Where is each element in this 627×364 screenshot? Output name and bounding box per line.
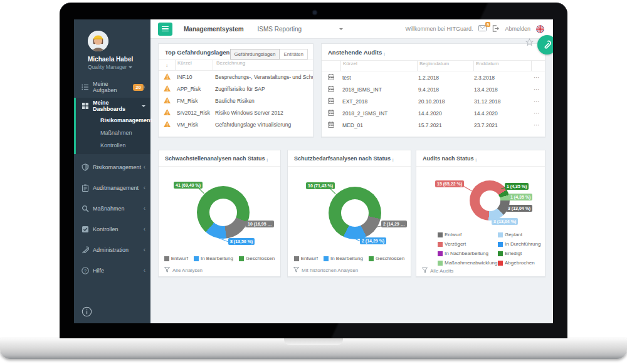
legend-item[interactable]: In Bearbeitung: [194, 256, 233, 261]
legend-item[interactable]: Erledigt: [498, 251, 540, 256]
warning-icon: [159, 97, 175, 105]
legend-swatch: [369, 256, 374, 261]
legend-swatch: [498, 242, 503, 247]
favorite-star-icon[interactable]: [525, 38, 534, 49]
webcam: [313, 11, 317, 14]
laptop-base: [0, 338, 627, 359]
tasks-badge: 20: [133, 84, 143, 91]
table-row[interactable]: test 1.2.2018 2.3.2018 ⋯: [322, 71, 545, 83]
tools-icon: [82, 246, 89, 254]
sidebar-item-auditmanagement[interactable]: Auditmanagement ‹: [74, 180, 150, 196]
chart-filter[interactable]: Alle Analysen: [164, 267, 203, 274]
sidebar-item-hilfe[interactable]: ? Hilfe ‹: [74, 263, 150, 279]
chart-filter[interactable]: Alle Audits: [422, 268, 453, 274]
row-actions-menu[interactable]: ⋯: [529, 110, 545, 117]
row-actions-menu[interactable]: ⋯: [529, 86, 545, 93]
legend-item[interactable]: In Durchführung: [498, 241, 540, 247]
table-header: ↓ Kürzel Bezeichnung: [159, 60, 313, 71]
table-row[interactable]: INF.10 Besprechungs-, Veranstaltungs- un…: [159, 71, 313, 83]
info-icon[interactable]: [82, 306, 92, 317]
table-row[interactable]: MED_01 15.7.2021 23.7.2021 ⋯: [322, 119, 545, 131]
legend-swatch: [438, 261, 443, 266]
data-label-entwurf: 2 (14,29 …: [381, 221, 407, 227]
tasks-icon: [82, 83, 89, 91]
table-row[interactable]: EXT_2018 20.10.2018 31.12.2018 ⋯: [322, 95, 545, 107]
legend-item[interactable]: Geschlossen: [369, 256, 404, 261]
audit-table-body: test 1.2.2018 2.3.2018 ⋯ 2018_ISMS_INT 9…: [322, 71, 545, 131]
legend-item[interactable]: In Bearbeitung: [324, 256, 363, 261]
legend-item[interactable]: Geschlossen: [239, 256, 275, 261]
topbar-right: Willkommen bei HITGuard. 9 Abmelden: [405, 25, 553, 33]
sort-desc-icon[interactable]: ↓: [159, 63, 175, 68]
sidebar-item-risikomanagement[interactable]: Risikomanagement ‹: [74, 159, 150, 175]
cell-enddatum: 14.4.2020: [472, 110, 529, 117]
menu-button[interactable]: [158, 23, 172, 36]
dashboards-subnav: RisikomanagementMaßnahmenKontrollen: [76, 114, 150, 152]
column-header[interactable]: Kürzel: [175, 60, 213, 70]
info-icon: i: [476, 158, 477, 162]
panel-audits-nach-status: Audits nach Statusi 1 (4,35 %)1 (4,35 %)…: [416, 150, 545, 277]
calendar-icon: [322, 74, 340, 81]
tools-fab-button[interactable]: [537, 35, 553, 55]
donut-hole: [480, 190, 500, 211]
language-flag-icon[interactable]: [536, 25, 544, 33]
cell-kuerzel: test: [340, 75, 416, 81]
tab-entitaeten[interactable]: Entitäten: [280, 49, 308, 60]
legend-item[interactable]: Entwurf: [294, 256, 318, 261]
sidebar-group-dashboards: Meine Dashboards RisikomanagementMaßnahm…: [74, 98, 150, 154]
avatar[interactable]: [88, 31, 108, 51]
mail-icon[interactable]: 9: [478, 25, 487, 33]
column-header[interactable]: Kürzel: [340, 61, 417, 71]
chart-filter[interactable]: Mit historischen Analysen: [293, 267, 358, 274]
cell-enddatum: 31.12.2018: [472, 98, 529, 105]
cell-bezeichnung: Zugriffsrisiko für SAP: [212, 86, 313, 92]
user-role-menu[interactable]: Quality Manager: [88, 64, 150, 70]
logout-link[interactable]: Abmelden: [505, 26, 530, 32]
search-icon: [82, 205, 89, 212]
sidebar-subitem-kontrollen[interactable]: Kontrollen: [76, 139, 150, 152]
legend-item[interactable]: Entwurf: [164, 256, 188, 261]
table-row[interactable]: FM_Risk Bauliche Risiken: [159, 95, 313, 107]
tab-gefaehrdungslagen[interactable]: Gefährdungslagen: [230, 49, 280, 60]
cell-kuerzel: VM_Risk: [175, 122, 212, 128]
row-actions-menu[interactable]: ⋯: [529, 122, 545, 128]
legend-item[interactable]: Entwurf: [438, 232, 498, 237]
legend-swatch: [438, 251, 443, 256]
risk-tabs: Gefährdungslagen Entitäten: [230, 49, 308, 60]
sidebar-item-administration[interactable]: Administration ‹: [74, 242, 150, 258]
shield-icon: [82, 164, 89, 171]
sidebar-item-meine-dashboards[interactable]: Meine Dashboards: [76, 98, 150, 114]
legend-swatch: [438, 242, 443, 247]
chevron-left-icon: ‹: [144, 84, 145, 90]
cell-beginndatum: 1.2.2018: [416, 75, 472, 81]
row-actions-menu[interactable]: ⋯: [529, 98, 545, 105]
table-row[interactable]: 2018_ISMS_INT 9.4.2018 13.4.2018 ⋯: [322, 83, 545, 95]
logout-icon[interactable]: [492, 25, 499, 33]
chart-title: Schwachstellenanalysen nach Statusi: [159, 150, 280, 167]
row-actions-menu[interactable]: ⋯: [529, 74, 545, 81]
column-header[interactable]: Bezeichnung: [213, 60, 313, 70]
sidebar-item-kontrollen[interactable]: Kontrollen ‹: [74, 221, 150, 237]
sidebar-subitem-risikomanagement[interactable]: Risikomanagement: [76, 114, 150, 127]
view-selector[interactable]: ISMS Reporting: [258, 26, 344, 33]
sidebar-item-maßnahmen[interactable]: Maßnahmen ‹: [74, 200, 150, 217]
table-row[interactable]: 2018_2_ISMS_INT 14.4.2020 14.4.2020 ⋯: [322, 107, 545, 119]
donut-ring: [197, 186, 250, 239]
table-row[interactable]: APP_Risk Zugriffsrisiko für SAP: [159, 83, 313, 95]
chevron-left-icon: ‹: [144, 247, 145, 253]
table-row[interactable]: VM_Risk Gefährdungslage Virtualisierung: [159, 118, 313, 130]
sidebar-subitem-maßnahmen[interactable]: Maßnahmen: [76, 127, 150, 139]
sidebar-item-meine-aufgaben[interactable]: Meine Aufgaben 20 ‹: [74, 79, 150, 95]
legend-item[interactable]: In Nachbearbeitung: [438, 251, 498, 256]
legend-item[interactable]: Abgebrochen: [498, 260, 540, 266]
data-label-in bearbeitung: 8 (13,56 %): [228, 238, 255, 245]
legend-swatch: [324, 256, 329, 261]
legend-swatch: [294, 256, 299, 261]
legend-item[interactable]: Verzögert: [438, 241, 498, 247]
table-row[interactable]: Srv2012_Risk Risiko Windows Server 2012: [159, 107, 313, 118]
column-header[interactable]: Beginndatum: [417, 61, 473, 71]
legend-item[interactable]: Maßnahmenabwicklung: [438, 260, 498, 266]
column-header[interactable]: Enddatum: [473, 61, 531, 71]
legend-item[interactable]: Geplant: [498, 232, 540, 237]
table-header: Kürzel Beginndatum Enddatum: [322, 60, 545, 71]
